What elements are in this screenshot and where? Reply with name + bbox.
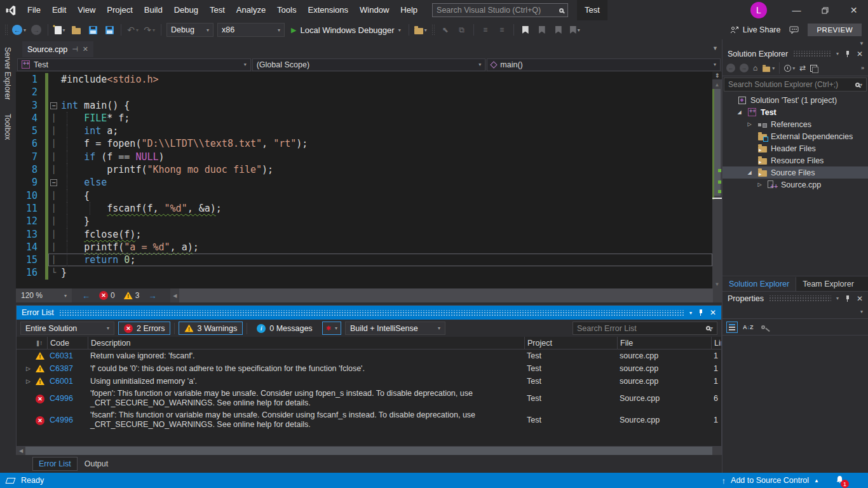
tree-item-references[interactable]: ▷References (722, 118, 868, 130)
window-position-icon[interactable]: ▾ (689, 310, 692, 316)
next-issue-icon[interactable]: → (148, 291, 156, 301)
open-file-button[interactable] (69, 22, 84, 37)
navigate-forward-button[interactable]: → (29, 22, 44, 37)
code-line[interactable]: 7│ if (f == NULL) (16, 151, 712, 163)
decrease-indent-button[interactable]: ≡ (478, 22, 493, 37)
row-expander-icon[interactable]: ▷ (17, 378, 33, 384)
dock-dropdown-icon[interactable]: ▼ (859, 41, 864, 46)
close-panel-icon[interactable]: ✕ (710, 308, 716, 317)
splitter-handle-icon[interactable]: ⇕ (712, 72, 722, 80)
toggle-bookmark-button[interactable] (518, 22, 533, 37)
live-share-button[interactable]: Live Share (730, 25, 781, 34)
pin-icon[interactable] (845, 51, 850, 57)
navigate-back-button[interactable]: ←▾ (11, 22, 27, 37)
header-severity-icon[interactable]: ❚! (33, 337, 47, 349)
code-line[interactable]: 3−int main() { (16, 99, 712, 112)
code-line[interactable]: 2 (16, 86, 712, 98)
warnings-toggle-button[interactable]: !3 Warnings (179, 322, 243, 335)
messages-toggle-button[interactable]: i0 Messages (251, 322, 318, 335)
solution-config-dropdown[interactable]: Debug▾ (166, 23, 214, 37)
menu-test[interactable]: Test (204, 0, 231, 20)
tree-item-external-dependencies[interactable]: External Dependencies (722, 130, 868, 142)
error-code-link[interactable]: C6001 (47, 377, 88, 386)
editor-error-count[interactable]: ✕0 (99, 291, 115, 300)
nav-project-dropdown[interactable]: Test▾ (17, 58, 251, 71)
switch-views-button[interactable]: ▾ (762, 64, 775, 72)
collapse-box-icon[interactable]: − (50, 179, 57, 186)
toolbox-rail-tab[interactable]: Toolbox (3, 114, 12, 140)
sync-with-active-document-button[interactable]: ⇄ (799, 64, 806, 72)
minimize-button[interactable]: — (782, 0, 811, 20)
zoom-level-dropdown[interactable]: 120 %▾ (16, 288, 72, 302)
close-tab-icon[interactable]: ✕ (83, 45, 88, 53)
clear-bookmarks-button[interactable]: ▾ (567, 22, 583, 37)
properties-title-bar[interactable]: Properties ▾ ✕ (722, 292, 868, 305)
solution-explorer-search-input[interactable]: Search Solution Explorer (Ctrl+;) ▾ (724, 78, 867, 92)
save-button[interactable] (85, 22, 100, 37)
expander-icon[interactable]: ▷ (745, 121, 754, 127)
feedback-icon[interactable] (789, 26, 799, 34)
restore-button[interactable] (811, 0, 839, 20)
error-code-link[interactable]: C4996 (47, 416, 88, 424)
expander-icon[interactable]: ◢ (745, 170, 754, 175)
menu-file[interactable]: File (22, 0, 46, 20)
scroll-left-icon[interactable]: ◀ (17, 448, 25, 454)
menu-help[interactable]: Help (395, 0, 423, 20)
toolbar-overflow-icon[interactable]: » (861, 65, 864, 71)
tree-item-resource-files[interactable]: Resource Files (722, 154, 868, 166)
nav-member-dropdown[interactable]: main()▾ (487, 58, 721, 71)
code-line[interactable]: 6│ f = fopen("D:\\LTDT\\text8.txt", "rt"… (16, 137, 712, 150)
expander-icon[interactable]: ▷ (756, 182, 764, 187)
solution-explorer-title-bar[interactable]: Solution Explorer ▾ ✕ (722, 47, 868, 60)
save-all-button[interactable] (102, 22, 117, 37)
error-code-link[interactable]: C4996 (47, 394, 88, 403)
copy-button[interactable]: ⧉ (454, 22, 470, 37)
code-line[interactable]: 11│ fscanf(f, "%d", &a); (16, 202, 712, 215)
scrollbar-thumb[interactable] (714, 89, 721, 196)
tree-item-source-cpp[interactable]: ▷Source.cpp (722, 179, 868, 191)
scroll-up-icon[interactable]: ▲ (712, 80, 722, 89)
header-project[interactable]: Project (524, 337, 617, 349)
pin-tab-icon[interactable]: ⊣ (72, 45, 78, 53)
redo-button[interactable]: ↷▾ (142, 22, 157, 37)
platform-dropdown[interactable]: x86▾ (217, 23, 285, 37)
error-list-title-bar[interactable]: Error List ▾ ✕ (17, 306, 721, 320)
code-line[interactable]: 10│ { (16, 189, 712, 202)
window-position-icon[interactable]: ▾ (836, 51, 839, 57)
scroll-left-icon[interactable]: ◀ (170, 293, 179, 299)
find-in-files-button[interactable]: ▾ (413, 22, 428, 37)
code-line[interactable]: 16└} (16, 266, 712, 279)
window-position-icon[interactable]: ▾ (836, 295, 839, 301)
tab-output[interactable]: Output (79, 458, 114, 470)
code-line[interactable]: 9− else (16, 176, 712, 189)
close-panel-icon[interactable]: ✕ (857, 294, 863, 303)
menu-debug[interactable]: Debug (168, 0, 204, 20)
tab-solution-explorer[interactable]: Solution Explorer (722, 277, 796, 291)
scroll-down-icon[interactable]: ▼ (712, 280, 722, 288)
prev-bookmark-button[interactable] (534, 22, 550, 37)
error-code-link[interactable]: C6031 (47, 351, 88, 360)
server-explorer-rail-tab[interactable]: Server Explorer (3, 47, 12, 100)
menu-edit[interactable]: Edit (46, 0, 72, 20)
error-row[interactable]: ✕C4996'fopen': This function or variable… (17, 388, 721, 409)
tree-item-solution-test-1-project[interactable]: Solution 'Test' (1 project) (722, 94, 868, 106)
add-to-source-control-button[interactable]: Add to Source Control (731, 476, 809, 485)
tab-error-list[interactable]: Error List (32, 457, 78, 471)
tab-source-cpp[interactable]: Source.cpp ⊣ ✕ (22, 41, 93, 57)
property-pages-button[interactable] (761, 325, 765, 329)
menu-window[interactable]: Window (354, 0, 395, 20)
scrollbar-track[interactable] (712, 89, 722, 280)
hscrollbar-thumb[interactable] (179, 288, 713, 302)
code-editor[interactable]: 1#include<stdio.h>23−int main() {4│ FILE… (16, 72, 722, 288)
start-debugging-button[interactable]: ▶Local Windows Debugger▾ (287, 22, 405, 37)
errors-toggle-button[interactable]: ✕2 Errors (118, 322, 170, 335)
new-project-button[interactable]: ▾ (52, 22, 67, 37)
code-line[interactable]: 5│ int a; (16, 125, 712, 137)
forward-icon[interactable]: → (740, 64, 749, 72)
pin-icon[interactable] (698, 309, 703, 316)
row-expander-icon[interactable]: ▷ (17, 365, 33, 372)
pin-icon[interactable] (845, 295, 850, 302)
error-code-link[interactable]: C6387 (47, 364, 88, 373)
next-bookmark-button[interactable] (551, 22, 566, 37)
back-icon[interactable]: ← (726, 64, 735, 72)
